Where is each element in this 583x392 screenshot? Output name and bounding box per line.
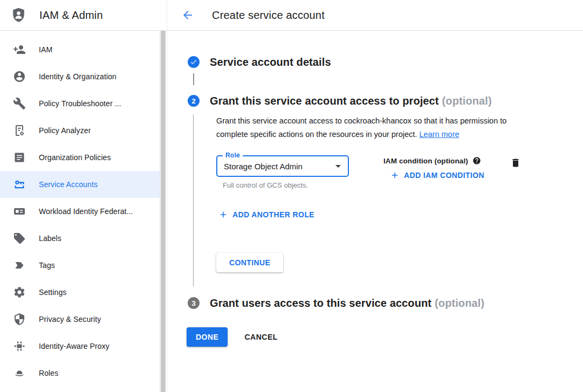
step3-title-text: Grant users access to this service accou… (210, 297, 431, 309)
sidebar-item-label: IAM (39, 45, 52, 54)
step2-number: 2 (191, 97, 195, 105)
step-connector-line (193, 73, 194, 85)
sidebar-item-label: Tags (39, 261, 55, 270)
dropdown-arrow-icon (332, 160, 345, 173)
sidebar-nav: IAMIdentity & OrganizationPolicy Trouble… (0, 31, 160, 387)
sidebar-item-settings[interactable]: Settings (0, 279, 160, 306)
sidebar-item-label: Identity & Organization (39, 72, 116, 81)
step2-title-text: Grant this service account access to pro… (210, 95, 439, 107)
role-field-label: Role (223, 152, 243, 159)
shield-half-icon (13, 313, 26, 326)
main-content: Service account details 2 Grant this ser… (167, 31, 583, 392)
sidebar-item-label: Policy Troubleshooter ... (39, 99, 121, 108)
description-text: Grant this service account access to coc… (216, 116, 506, 139)
sidebar-item-label: Labels (39, 234, 61, 243)
step2-row: 2 Grant this service account access to p… (188, 92, 583, 110)
sidebar: IAMIdentity & OrganizationPolicy Trouble… (0, 31, 167, 392)
grant-access-description: Grant this service account access to coc… (216, 114, 540, 141)
step3-indicator: 3 (188, 297, 200, 309)
iam-condition-column: IAM condition (optional) ADD IAM CONDITI… (383, 155, 484, 182)
sidebar-item-workload-identity-federat[interactable]: Workload Identity Federat... (0, 198, 160, 225)
step1-completed-indicator (188, 56, 200, 68)
role-row: Role Storage Object Admin Full control o… (216, 155, 583, 189)
step1-title: Service account details (210, 55, 331, 69)
step2-title: Grant this service account access to pro… (210, 92, 492, 110)
sidebar-item-label: Workload Identity Federat... (39, 207, 133, 216)
plus-icon (390, 170, 400, 180)
top-bar: IAM & Admin Create service account (0, 0, 583, 31)
sidebar-item-privacy-security[interactable]: Privacy & Security (0, 306, 160, 333)
step2-content: Grant this service account access to coc… (193, 114, 583, 286)
sidebar-item-identity-organization[interactable]: Identity & Organization (0, 63, 160, 90)
sidebar-item-label: Policy Analyzer (39, 126, 91, 135)
step3-title: Grant users access to this service accou… (210, 294, 484, 312)
app-window: IAM & Admin Create service account IAMId… (0, 0, 583, 392)
form-actions: DONE CANCEL (187, 327, 583, 347)
sidebar-item-policy-analyzer[interactable]: Policy Analyzer (0, 117, 160, 144)
policy-analyzer-icon (13, 124, 26, 137)
sidebar-item-labels[interactable]: Labels (0, 225, 160, 252)
sidebar-item-iam[interactable]: IAM (0, 36, 160, 63)
sidebar-item-tags[interactable]: Tags (0, 252, 160, 279)
sidebar-scrollbar[interactable] (161, 31, 166, 392)
role-helper-text: Full control of GCS objects. (216, 181, 349, 189)
step1-row: Service account details (188, 55, 583, 69)
sidebar-item-label: Privacy & Security (39, 315, 101, 324)
sidebar-item-identity-aware-proxy[interactable]: Identity-Aware Proxy (0, 333, 160, 360)
delete-role-button[interactable] (510, 157, 521, 170)
person-add-icon (13, 43, 26, 56)
back-arrow-icon (181, 9, 194, 22)
page-title: Create service account (212, 9, 325, 22)
add-another-role-button[interactable]: ADD ANOTHER ROLE (218, 210, 314, 219)
sidebar-item-roles[interactable]: Roles (0, 360, 160, 387)
continue-button[interactable]: CONTINUE (216, 253, 283, 272)
iap-grid-icon (13, 340, 26, 353)
learn-more-link[interactable]: Learn more (419, 130, 459, 139)
help-icon[interactable] (472, 156, 481, 165)
iam-condition-label: IAM condition (optional) (383, 157, 468, 165)
add-another-role-label: ADD ANOTHER ROLE (232, 210, 314, 219)
add-iam-condition-button[interactable]: ADD IAM CONDITION (390, 170, 484, 180)
document-lines-icon (13, 151, 26, 164)
sidebar-item-label: Identity-Aware Proxy (39, 342, 109, 350)
sidebar-item-label: Organization Policies (39, 153, 111, 162)
step3-row: 3 Grant users access to this service acc… (188, 294, 583, 312)
sidebar-item-policy-troubleshooter[interactable]: Policy Troubleshooter ... (0, 90, 160, 117)
step3-optional-label: (optional) (435, 297, 484, 309)
sidebar-divider (160, 31, 160, 392)
step3-number: 3 (191, 299, 195, 307)
cancel-button[interactable]: CANCEL (244, 333, 277, 341)
back-button[interactable] (181, 9, 194, 22)
iam-condition-label-row: IAM condition (optional) (383, 156, 484, 165)
id-card-icon (13, 205, 26, 218)
step2-optional-label: (optional) (442, 95, 492, 107)
plus-icon (218, 210, 228, 219)
sidebar-item-label: Service Accounts (39, 180, 98, 189)
hat-icon (13, 367, 26, 380)
add-iam-condition-label: ADD IAM CONDITION (404, 171, 484, 180)
role-field-column: Role Storage Object Admin Full control o… (216, 155, 349, 189)
product-title: IAM & Admin (39, 9, 103, 22)
role-selected-value: Storage Object Admin (224, 162, 332, 171)
step2-indicator: 2 (188, 95, 200, 107)
service-account-key-icon (13, 178, 26, 191)
product-header: IAM & Admin (0, 0, 167, 31)
sidebar-item-label: Settings (39, 288, 66, 297)
role-select[interactable]: Role Storage Object Admin (216, 155, 349, 177)
label-tag-icon (13, 232, 26, 245)
sidebar-item-organization-policies[interactable]: Organization Policies (0, 144, 160, 171)
tag-arrow-icon (13, 259, 26, 272)
gear-icon (13, 286, 26, 299)
trash-icon (510, 157, 521, 168)
done-button[interactable]: DONE (187, 327, 228, 347)
wrench-icon (13, 97, 26, 110)
check-icon (190, 58, 197, 66)
sidebar-item-service-accounts[interactable]: Service Accounts (0, 171, 160, 198)
page-header: Create service account (167, 0, 583, 31)
iam-admin-shield-icon (11, 7, 26, 23)
account-circle-icon (13, 70, 26, 83)
sidebar-item-label: Roles (39, 369, 58, 377)
